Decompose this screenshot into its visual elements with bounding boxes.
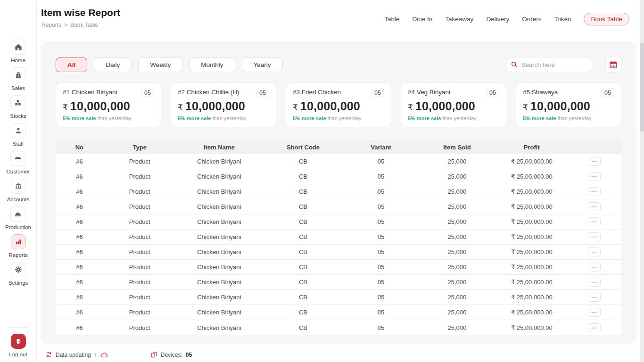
table-row[interactable]: #6 Product Chicken Biriyani CB 05 25,000… xyxy=(56,184,621,199)
cell-no: #6 xyxy=(56,158,103,165)
row-more-button[interactable]: ⋯ xyxy=(588,323,601,332)
row-more-button[interactable]: ⋯ xyxy=(588,157,601,166)
period-tab[interactable]: Monthly xyxy=(189,58,235,72)
cell-item-sold: 25,000 xyxy=(418,248,496,255)
cell-variant: 05 xyxy=(344,218,418,225)
stat-card-title: #5 Shawaya xyxy=(523,89,558,96)
stat-card-badge: 05 xyxy=(141,89,154,97)
stat-card-title: #4 Veg Biriyani xyxy=(408,89,450,96)
cell-type: Product xyxy=(103,233,176,240)
table-header-cell: Item Name xyxy=(176,144,262,151)
sidebar-item-logout[interactable]: Log out xyxy=(9,334,27,357)
row-more-button[interactable]: ⋯ xyxy=(588,202,601,211)
row-more-button[interactable]: ⋯ xyxy=(588,278,601,287)
cell-type: Product xyxy=(103,309,176,316)
stat-card-delta: 5% more sale xyxy=(293,115,326,121)
stat-card-value: ₹ 10,000,000 xyxy=(523,99,614,113)
cell-short-code: CB xyxy=(262,218,344,225)
row-more-button[interactable]: ⋯ xyxy=(588,247,601,256)
cell-profit: ₹ 25,00,000.00 xyxy=(496,203,567,210)
sidebar-item-label: Production xyxy=(5,224,31,230)
period-tabs: AllDailyWeeklyMonthlyYearly xyxy=(56,58,283,72)
stat-card-delta-suffix: than yesterday xyxy=(97,115,131,121)
topnav-link[interactable]: Dine In xyxy=(413,16,433,23)
topnav-link[interactable]: Delivery xyxy=(486,16,509,23)
sidebar-item-home[interactable]: Home xyxy=(11,40,26,63)
table-row[interactable]: #6 Product Chicken Biriyani CB 05 25,000… xyxy=(56,320,621,335)
cell-profit: ₹ 25,00,000.00 xyxy=(496,263,567,271)
table-row[interactable]: #6 Product Chicken Biriyani CB 05 25,000… xyxy=(56,245,621,260)
topnav-link[interactable]: Table xyxy=(384,16,399,23)
cell-item-sold: 25,000 xyxy=(418,233,496,240)
row-more-button[interactable]: ⋯ xyxy=(588,293,601,302)
table-row[interactable]: #6 Product Chicken Biriyani CB 05 25,000… xyxy=(56,154,621,169)
period-tab[interactable]: All xyxy=(56,58,87,72)
cell-profit: ₹ 25,00,000.00 xyxy=(496,218,567,225)
page-scrollbar[interactable] xyxy=(640,0,644,362)
status-text: Data updating xyxy=(56,352,91,358)
breadcrumb-page: Book Table xyxy=(70,22,98,28)
sidebar-item-accounts[interactable]: Accounts xyxy=(7,179,29,202)
cell-item-sold: 25,000 xyxy=(418,279,496,286)
book-table-button[interactable]: Book Table xyxy=(584,13,629,25)
calendar-icon xyxy=(609,60,618,69)
table-row[interactable]: #6 Product Chicken Biriyani CB 05 25,000… xyxy=(56,290,621,305)
cell-item-sold: 25,000 xyxy=(418,173,496,180)
row-more-button[interactable]: ⋯ xyxy=(588,263,601,272)
stat-card-value: ₹ 10,000,000 xyxy=(63,99,154,113)
calendar-button[interactable] xyxy=(605,57,621,73)
cell-no: #6 xyxy=(56,324,103,331)
search-input[interactable] xyxy=(521,61,604,68)
stat-card-delta: 5% more sale xyxy=(178,115,211,121)
period-tab[interactable]: Weekly xyxy=(138,58,182,72)
search-bar[interactable] xyxy=(505,57,593,72)
table-row[interactable]: #6 Product Chicken Biriyani CB 05 25,000… xyxy=(56,230,621,245)
row-more-button[interactable]: ⋯ xyxy=(588,217,601,226)
sidebar-item-customer[interactable]: Customer xyxy=(7,151,30,174)
topnav-link[interactable]: Orders xyxy=(522,16,541,23)
data-updating-status: Data updating ↑ xyxy=(45,351,108,358)
table-row[interactable]: #6 Product Chicken Biriyani CB 05 25,000… xyxy=(56,199,621,214)
period-tab[interactable]: Yearly xyxy=(242,58,283,72)
devices-icon xyxy=(150,351,157,358)
stat-card: #3 Fried Chicken 05 ₹ 10,000,000 5% more… xyxy=(286,82,391,127)
cell-item-sold: 25,000 xyxy=(418,218,496,225)
topnav-link[interactable]: Takeaway xyxy=(445,16,473,23)
row-more-button[interactable]: ⋯ xyxy=(588,172,601,181)
cell-profit: ₹ 25,00,000.00 xyxy=(496,233,567,240)
sidebar-item-sales[interactable]: ₹ Sales xyxy=(11,67,26,91)
row-more-button[interactable]: ⋯ xyxy=(588,308,601,317)
sidebar-item-stocks[interactable]: Stocks xyxy=(10,95,26,119)
stat-card-delta: 5% more sale xyxy=(63,115,96,121)
cell-item-sold: 25,000 xyxy=(418,263,496,271)
stat-card-badge: 05 xyxy=(256,89,269,97)
cell-short-code: CB xyxy=(262,279,344,286)
cell-variant: 05 xyxy=(344,248,418,255)
sidebar-item-settings[interactable]: Settings xyxy=(8,262,28,286)
period-tab[interactable]: Daily xyxy=(94,58,132,72)
table-row[interactable]: #6 Product Chicken Biriyani CB 05 25,000… xyxy=(56,214,621,230)
sidebar-item-staff[interactable]: Staff xyxy=(11,123,26,147)
cell-profit: ₹ 25,00,000.00 xyxy=(496,324,567,331)
scrollbar-thumb[interactable] xyxy=(640,42,644,132)
table-header-cell: Profit xyxy=(496,144,567,151)
sidebar-item-label: Log out xyxy=(9,352,27,357)
row-more-button[interactable]: ⋯ xyxy=(588,232,601,241)
row-more-button[interactable]: ⋯ xyxy=(588,187,601,196)
topnav-link[interactable]: Token xyxy=(554,16,571,23)
table-row[interactable]: #6 Product Chicken Biriyani CB 05 25,000… xyxy=(56,169,621,184)
cell-item-name: Chicken Biriyani xyxy=(176,203,262,210)
cell-short-code: CB xyxy=(262,263,344,271)
sidebar-item-production[interactable]: Production xyxy=(5,206,31,230)
cell-item-sold: 25,000 xyxy=(418,309,496,316)
cell-item-sold: 25,000 xyxy=(418,294,496,301)
cell-item-sold: 25,000 xyxy=(418,158,496,165)
breadcrumb-section[interactable]: Reports xyxy=(41,22,61,28)
table-row[interactable]: #6 Product Chicken Biriyani CB 05 25,000… xyxy=(56,305,621,320)
table-row[interactable]: #6 Product Chicken Biriyani CB 05 25,000… xyxy=(56,260,621,275)
sidebar-item-reports[interactable]: Reports xyxy=(8,234,27,258)
stat-card: #4 Veg Biriyani 05 ₹ 10,000,000 5% more … xyxy=(401,82,506,127)
table-row[interactable]: #6 Product Chicken Biriyani CB 05 25,000… xyxy=(56,275,621,290)
cell-item-name: Chicken Biriyani xyxy=(176,173,262,180)
stat-card-delta-suffix: than yesterday xyxy=(212,115,246,121)
